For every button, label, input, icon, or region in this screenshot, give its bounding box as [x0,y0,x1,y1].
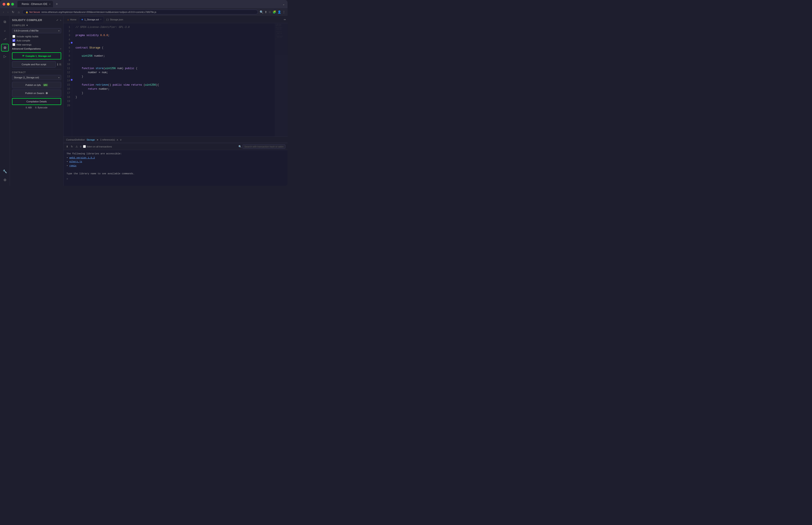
include-nightly-checkbox[interactable] [13,35,15,38]
ethers-link[interactable]: ethers.js [69,160,82,163]
sidebar-item-files[interactable]: ⧉ [1,18,9,26]
listen-label[interactable]: listen on all transactions [87,145,112,148]
terminal-search: 🔍 [239,145,286,149]
advanced-configurations-row[interactable]: Advanced Configurations › [12,47,61,50]
contract-select-wrapper: Storage (1_Storage.sol) [12,75,61,80]
version-select[interactable]: 0.8.0+commit.c7dfd78e [12,28,61,33]
panel-title: SOLIDITY COMPILER [12,18,42,22]
menu-icon[interactable]: ⋮ [282,10,286,14]
window-frame: Remix - Ethereum IDE × + ⌄ ‹ › ↻ ⌂ 🔒 Not… [0,0,288,186]
hide-warnings-row: Hide warnings [12,43,61,46]
bytecode-label: Bytecode [37,106,47,109]
browser-tab-bar: Remix - Ethereum IDE × + [17,0,59,8]
hide-warnings-checkbox[interactable] [13,43,15,46]
zoom-icon[interactable]: 🔍 [260,10,263,14]
publish-ipfs-button[interactable]: Publish on Ipfs ipfs [12,82,61,88]
not-secure-label: Not Secure [29,11,40,13]
remix-link[interactable]: remix [69,164,76,167]
compiler-icon: ⚙ [3,46,6,50]
sidebar-item-deploy[interactable]: ▷ [1,52,9,60]
bytecode-link[interactable]: ⎘ Bytecode [35,106,47,109]
swarm-icon: ❋ [46,91,48,95]
advanced-label: Advanced Configurations [12,47,41,50]
titlebar: Remix - Ethereum IDE × + ⌄ [0,0,288,8]
copy-abi-icon: ⎘ [26,106,27,109]
contract-section-label: CONTRACT [12,71,61,74]
new-tab-button[interactable]: + [54,2,59,6]
terminal-line-5: Type the library name to see available c… [66,172,285,176]
compile-run-button[interactable]: Compile and Run script [12,61,56,68]
extensions-icon[interactable]: 🧩 [273,10,276,14]
sidebar-item-settings[interactable]: ⚙ [1,176,9,184]
code-content[interactable]: // SPDX-License-Identifier: GPL-3.0 prag… [72,23,275,136]
browser-tab-remix[interactable]: Remix - Ethereum IDE × [17,1,53,7]
lock-icon: 🔒 [26,11,28,13]
tab-storage-json[interactable]: { } Storage.json [104,16,125,22]
panel-check-icon[interactable]: ✓ [56,18,59,22]
sidebar-item-search[interactable]: ⌕ [1,27,9,34]
forward-button[interactable]: › [7,10,10,14]
settings-icon: ⚙ [3,178,6,182]
tab-storage-sol[interactable]: ◈ 1_Storage.sol × [79,16,104,22]
reload-button[interactable]: ↻ [11,10,15,14]
editor-area: ⌂ Home ◈ 1_Storage.sol × { } Storage.jso… [63,16,288,186]
contract-select[interactable]: Storage (1_Storage.sol) [12,75,61,80]
panel-arrow-icon[interactable]: › [60,18,61,22]
auto-compile-checkbox[interactable] [13,39,15,42]
terminal-count: 0 [80,145,81,148]
fullscreen-button[interactable] [11,3,14,5]
compile-run-label: Compile and Run script [22,63,46,66]
bookmark-icon[interactable]: ☆ [269,10,271,14]
terminal-warning-icon[interactable]: ⚠ [75,145,78,149]
address-field[interactable]: 🔒 Not Secure remix.ethereum.org/#optimiz… [22,10,258,14]
terminal-line-3: • ethers.js [66,160,285,164]
web3-link[interactable]: web3 version 1.5.2 [69,156,95,159]
abi-link[interactable]: ⎘ ABI [26,106,32,109]
ref-chevron-up-icon[interactable]: ∧ [117,138,118,141]
profile-icon[interactable]: 👤 [277,10,281,14]
listen-checkbox[interactable] [83,145,86,148]
compilation-details-button[interactable]: Compilation Details [12,98,61,105]
advanced-chevron-icon: › [60,47,61,50]
minimize-button[interactable] [7,3,10,5]
compile-run-copy-button[interactable]: ⎘ [59,63,61,66]
share-icon[interactable]: ⬆ [264,10,267,14]
addressbar: ‹ › ↻ ⌂ 🔒 Not Secure remix.ethereum.org/… [0,8,288,16]
files-icon: ⧉ [4,20,6,24]
sidebar-item-compiler[interactable]: ⚙ [1,44,9,51]
auto-compile-label[interactable]: Auto compile [16,39,30,42]
sol-tab-close[interactable]: × [100,18,102,20]
terminal-toolbar: ⬇ ↻ ⚠ 0 listen on all transactions 🔍 [63,143,288,150]
tab-home[interactable]: ⌂ Home [65,16,78,22]
plugin-icon: 🔧 [3,169,7,174]
terminal-refresh-icon[interactable]: ↻ [71,145,73,149]
compile-button[interactable]: ⟳ Compile 1_Storage.sol [12,52,61,59]
panel-header-icons: ✓ › [56,18,61,22]
compile-icon: ⟳ [22,55,24,57]
abi-bytecode-row: ⎘ ABI ⎘ Bytecode [12,106,61,109]
terminal-spacer [66,168,285,172]
ref-chevron-down-icon[interactable]: ∨ [120,138,122,141]
home-button[interactable]: ⌂ [17,10,20,14]
sol-tab-label: 1_Storage.sol [84,18,99,21]
address-url: remix.ethereum.org/#optimize=false&runs=… [42,11,156,13]
terminal: ⬇ ↻ ⚠ 0 listen on all transactions 🔍 The… [63,143,288,186]
terminal-content[interactable]: The following libraries are accessible: … [63,150,288,186]
close-button[interactable] [3,3,5,5]
terminal-arrow-icon[interactable]: ⬇ [66,145,69,149]
sidebar-item-git[interactable]: ⎇ [1,35,9,43]
ref-bar-references[interactable]: 1 reference(s) [100,138,115,141]
hide-warnings-label[interactable]: Hide warnings [16,43,32,46]
publish-ipfs-label: Publish on Ipfs [25,84,41,86]
back-button[interactable]: ‹ [2,10,5,14]
include-nightly-label[interactable]: Include nightly builds [16,35,39,38]
terminal-search-input[interactable] [243,145,286,149]
editor-expand-icon[interactable]: ⇔ [284,18,286,21]
browser-tab-close[interactable]: × [49,3,50,5]
sidebar-item-plugins[interactable]: 🔧 [1,167,9,175]
publish-swarm-button[interactable]: Publish on Swarm ❋ [12,90,61,97]
compile-run-info-button[interactable]: ℹ [57,63,58,66]
compile-label: Compile 1_Storage.sol [26,55,51,57]
compiler-add-button[interactable]: + [26,24,28,27]
git-icon: ⎇ [3,38,6,41]
